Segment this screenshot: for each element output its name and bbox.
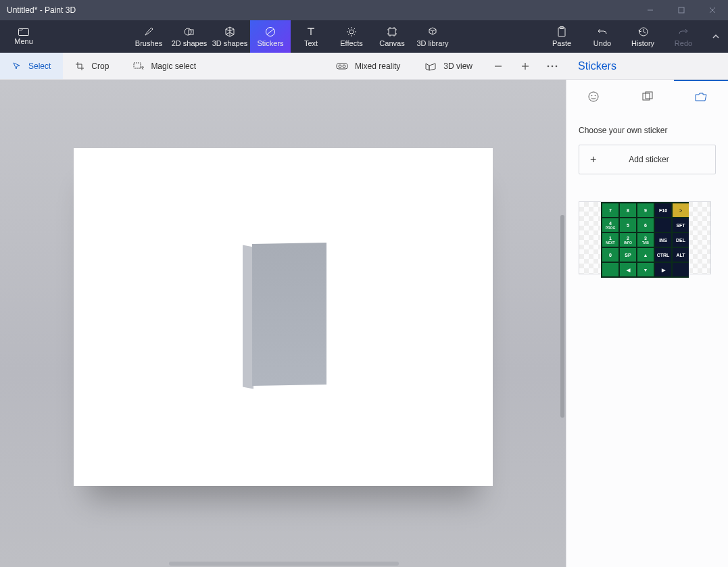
canvas-viewport[interactable] xyxy=(0,80,566,567)
tab-effects[interactable]: Effects xyxy=(331,20,372,53)
tab-brushes[interactable]: Brushes xyxy=(128,20,169,53)
mixed-reality-button[interactable]: Mixed reality xyxy=(324,53,412,79)
plus-icon xyxy=(520,61,530,71)
vertical-scrollbar[interactable] xyxy=(560,215,564,418)
sticker-tabs xyxy=(566,80,728,114)
texture-icon xyxy=(641,91,654,103)
svg-point-39 xyxy=(556,65,558,67)
keypad-key: CTRL xyxy=(655,248,671,262)
brush-icon xyxy=(143,26,154,37)
keypad-key: SFT xyxy=(673,218,689,232)
cube-front-face xyxy=(252,243,326,386)
stickers-panel: Choose your own sticker + Add sticker 78… xyxy=(566,80,728,567)
tool-label: Text xyxy=(304,39,318,47)
tool-label: Magic select xyxy=(151,61,196,71)
svg-line-16 xyxy=(348,34,349,35)
keypad-key: 7 xyxy=(602,203,618,217)
title-bar: Untitled* - Paint 3D xyxy=(0,0,728,20)
svg-point-41 xyxy=(591,95,593,97)
3d-view-button[interactable]: 3D view xyxy=(412,53,485,79)
crop-tool-button[interactable]: Crop xyxy=(63,53,121,79)
sticker-tab-faces[interactable] xyxy=(566,80,621,114)
zoom-out-button[interactable] xyxy=(485,53,512,79)
svg-line-17 xyxy=(354,28,356,30)
maximize-button[interactable] xyxy=(666,0,697,20)
plus-icon: + xyxy=(590,153,596,166)
close-button[interactable] xyxy=(697,0,728,20)
select-tool-button[interactable]: Select xyxy=(0,53,63,79)
mixed-reality-icon xyxy=(336,61,348,71)
sidepanel-title: Stickers xyxy=(566,53,728,79)
tool-label: Brushes xyxy=(135,39,162,47)
svg-rect-30 xyxy=(134,63,141,68)
menu-button[interactable]: Menu xyxy=(0,20,47,53)
keypad-key xyxy=(673,263,689,276)
collapse-panel-button[interactable] xyxy=(704,20,728,53)
add-sticker-button[interactable]: + Add sticker xyxy=(579,145,716,174)
minimize-button[interactable] xyxy=(635,0,666,20)
keypad-key xyxy=(655,218,671,232)
choose-sticker-label: Choose your own sticker xyxy=(579,126,716,135)
work-area: Choose your own sticker + Add sticker 78… xyxy=(0,80,728,567)
keypad-key: ▶ xyxy=(655,263,671,276)
svg-point-32 xyxy=(339,65,341,68)
svg-point-9 xyxy=(349,30,354,34)
library-3d-icon xyxy=(427,26,438,37)
window-title: Untitled* - Paint 3D xyxy=(7,5,76,15)
tab-2d-shapes[interactable]: 2D shapes xyxy=(169,20,210,53)
sticker-thumbnail[interactable]: 789F10>4PROG56SFT1NEXT2INFO3TABINSDEL0SP… xyxy=(579,201,711,274)
redo-button[interactable]: Redo xyxy=(663,20,704,53)
keypad-key: 4PROG xyxy=(602,218,618,232)
tool-label: Paste xyxy=(552,39,571,47)
svg-point-42 xyxy=(595,95,596,97)
svg-point-38 xyxy=(552,65,554,67)
keypad-key: ▼ xyxy=(637,263,654,276)
svg-point-37 xyxy=(548,65,550,67)
menu-label: Menu xyxy=(14,37,33,45)
magic-select-icon xyxy=(133,61,144,71)
undo-button[interactable]: Undo xyxy=(582,20,623,53)
cursor-icon xyxy=(12,61,22,71)
smiley-icon xyxy=(587,91,600,103)
folder-icon xyxy=(18,28,29,36)
svg-point-40 xyxy=(589,92,598,101)
tool-label: Select xyxy=(28,61,51,71)
tool-label: Undo xyxy=(593,39,611,47)
zoom-in-button[interactable] xyxy=(512,53,539,79)
tool-label: Stickers xyxy=(257,39,283,47)
3d-cube-object[interactable] xyxy=(243,246,324,388)
tool-tabs: Brushes 2D shapes 3D shapes Stickers Tex… xyxy=(128,20,453,53)
sticker-tab-textures[interactable] xyxy=(621,80,675,114)
sticker-tab-custom[interactable] xyxy=(674,80,728,114)
svg-line-15 xyxy=(354,34,356,35)
keypad-key: 6 xyxy=(637,218,654,232)
keypad-sticker-image: 789F10>4PROG56SFT1NEXT2INFO3TABINSDEL0SP… xyxy=(601,202,689,278)
keypad-key: ◀ xyxy=(620,263,636,276)
svg-point-33 xyxy=(343,65,345,68)
tab-text[interactable]: Text xyxy=(291,20,331,53)
keypad-key: > xyxy=(673,203,689,217)
more-options-button[interactable] xyxy=(539,53,566,79)
keypad-key: F10 xyxy=(655,203,671,217)
keypad-key: ▲ xyxy=(637,248,654,262)
keypad-key: INS xyxy=(655,233,671,247)
window-controls xyxy=(635,0,728,20)
history-icon xyxy=(637,26,648,37)
tool-label: Canvas xyxy=(379,39,404,47)
tab-3d-shapes[interactable]: 3D shapes xyxy=(210,20,250,53)
keypad-key: ALT xyxy=(673,248,689,262)
folder-open-icon xyxy=(695,93,707,102)
tab-stickers[interactable]: Stickers xyxy=(250,20,291,53)
keypad-key: 1NEXT xyxy=(602,233,618,247)
tool-label: Redo xyxy=(675,39,692,47)
tab-3d-library[interactable]: 3D library xyxy=(412,20,453,53)
history-button[interactable]: History xyxy=(623,20,663,53)
canvas[interactable] xyxy=(74,148,493,486)
horizontal-scrollbar[interactable] xyxy=(169,562,399,566)
magic-select-button[interactable]: Magic select xyxy=(121,53,208,79)
svg-line-8 xyxy=(267,29,274,34)
tab-canvas[interactable]: Canvas xyxy=(372,20,412,53)
keypad-key: 3TAB xyxy=(637,233,654,247)
tool-label: History xyxy=(631,39,654,47)
paste-button[interactable]: Paste xyxy=(541,20,582,53)
